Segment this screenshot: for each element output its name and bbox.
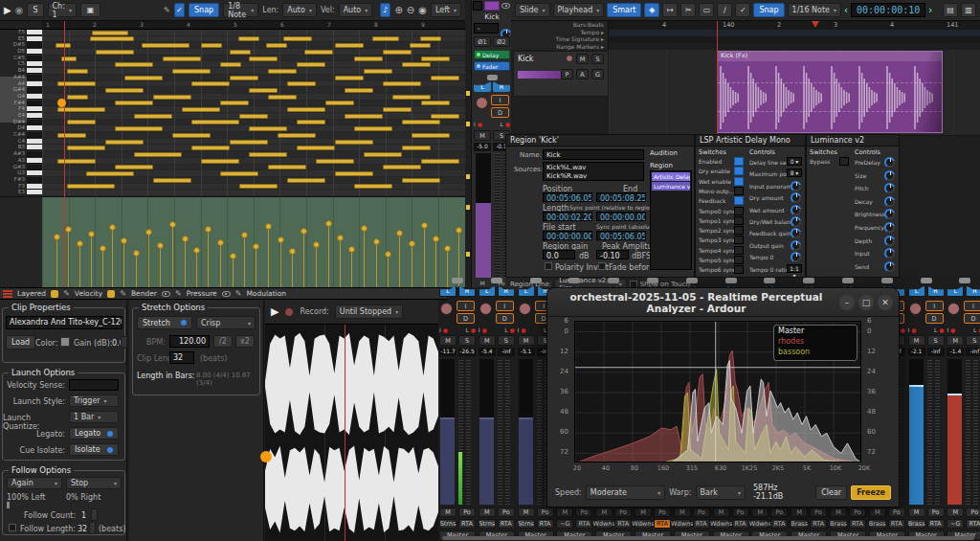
- follow-length-spinner[interactable]: [89, 522, 96, 534]
- midi-note[interactable]: [335, 43, 364, 48]
- zoom-out-icon[interactable]: ⊖: [407, 5, 414, 15]
- post-button[interactable]: Po: [575, 507, 592, 517]
- input-button[interactable]: I: [496, 301, 514, 311]
- solo-button[interactable]: S: [927, 335, 945, 346]
- disk-button[interactable]: D: [491, 107, 509, 118]
- rta-button[interactable]: RTA: [732, 519, 749, 529]
- half-tempo-button[interactable]: /2: [213, 335, 233, 348]
- midi-note[interactable]: [67, 69, 88, 74]
- velocity-dot[interactable]: [301, 228, 307, 235]
- audio-region-kick[interactable]: Kick (Fx): [717, 51, 943, 133]
- mono-button[interactable]: M: [830, 507, 847, 517]
- velocity-dot[interactable]: [456, 227, 462, 234]
- recorder-playhead[interactable]: [345, 325, 345, 541]
- velocity-dot[interactable]: [409, 240, 415, 247]
- black-key[interactable]: [27, 177, 42, 183]
- mono-button[interactable]: M: [518, 507, 535, 517]
- grid-select[interactable]: 1/16 Note▾: [788, 3, 841, 17]
- clear-button[interactable]: Clear: [815, 485, 847, 500]
- post-button[interactable]: Po: [927, 507, 945, 517]
- panel-title[interactable]: LSP Artistic Delay Mono: [696, 135, 805, 147]
- velocity-dot[interactable]: [230, 253, 236, 259]
- channel-select[interactable]: Ch: 1▾: [48, 3, 77, 17]
- midi-note[interactable]: [392, 95, 431, 100]
- region-automation-line[interactable]: [718, 111, 942, 112]
- automation-button[interactable]: A: [576, 69, 589, 79]
- midi-note[interactable]: [172, 69, 211, 74]
- midi-note[interactable]: [230, 50, 251, 55]
- clip-length-value[interactable]: 32: [169, 351, 194, 364]
- midi-note[interactable]: [115, 126, 163, 131]
- black-key[interactable]: [27, 120, 42, 125]
- mono-button[interactable]: M: [947, 507, 964, 517]
- midi-note[interactable]: [335, 76, 364, 80]
- strip-menu-icon[interactable]: [473, 1, 482, 11]
- cue-marker[interactable]: [466, 91, 470, 96]
- white-key[interactable]: [27, 145, 42, 150]
- pan-right-button[interactable]: R: [458, 285, 476, 297]
- control-knob[interactable]: [884, 209, 895, 219]
- white-key[interactable]: [27, 190, 42, 195]
- double-tempo-button[interactable]: x2: [235, 335, 255, 348]
- midi-note[interactable]: [345, 114, 383, 119]
- pan-handle[interactable]: [842, 278, 854, 283]
- panel-title[interactable]: Luminance v2: [807, 135, 899, 147]
- midi-note[interactable]: [57, 133, 86, 138]
- velocity-dot[interactable]: [193, 247, 200, 254]
- cue-marker[interactable]: [466, 174, 470, 179]
- velocity-dot[interactable]: [88, 231, 95, 237]
- rta-button[interactable]: RTA: [966, 519, 980, 529]
- rta-button[interactable]: RTA: [458, 519, 476, 529]
- midi-note[interactable]: [249, 56, 278, 61]
- pan-handle[interactable]: [725, 278, 737, 283]
- black-key[interactable]: [27, 151, 42, 157]
- follow-balance-slider[interactable]: [7, 502, 10, 508]
- midi-note[interactable]: [354, 56, 383, 61]
- midi-note[interactable]: [297, 62, 325, 67]
- velocity-dot[interactable]: [325, 220, 332, 227]
- strip-name-button[interactable]: Strns: [439, 519, 457, 529]
- record-arm-button[interactable]: [566, 55, 573, 62]
- cue-marker[interactable]: [466, 205, 470, 210]
- midi-note[interactable]: [115, 101, 153, 105]
- cut-tool-icon[interactable]: ✂: [680, 3, 696, 17]
- len-select[interactable]: Auto▾: [282, 3, 317, 17]
- mono-button[interactable]: M: [869, 507, 886, 517]
- midi-note[interactable]: [420, 36, 441, 41]
- rta-button[interactable]: RTA: [614, 519, 632, 529]
- region-effects-list[interactable]: Artistic Delay MoLuminance v2: [650, 170, 692, 270]
- midi-note[interactable]: [325, 101, 354, 105]
- midi-note[interactable]: [402, 146, 431, 150]
- disk-button[interactable]: D: [964, 313, 980, 324]
- switch-toggle[interactable]: [734, 236, 744, 244]
- midi-note[interactable]: [283, 36, 312, 41]
- freeze-button[interactable]: Freeze: [851, 485, 891, 500]
- strip-name-button[interactable]: Brass: [908, 519, 925, 529]
- post-button[interactable]: Po: [693, 507, 710, 517]
- velocity-dot[interactable]: [253, 243, 259, 250]
- velocity-dot[interactable]: [385, 251, 391, 258]
- velocity-dot[interactable]: [361, 225, 368, 232]
- fader-track[interactable]: [947, 359, 962, 505]
- strip-name-button[interactable]: ~G: [947, 519, 964, 529]
- bpm-value[interactable]: 120.00: [169, 335, 210, 348]
- ruler-row-label[interactable]: Range Markers ▸: [556, 43, 604, 50]
- strip-name-button[interactable]: ~G: [556, 519, 573, 529]
- fader-track[interactable]: [476, 153, 491, 278]
- switch-toggle[interactable]: [734, 196, 744, 205]
- midi-note[interactable]: [201, 159, 239, 164]
- midi-note[interactable]: [115, 62, 153, 67]
- midi-note[interactable]: [345, 88, 373, 93]
- midi-note[interactable]: [383, 107, 412, 112]
- midi-note[interactable]: [220, 62, 241, 67]
- velocity-dot[interactable]: [182, 236, 189, 242]
- badge-icon[interactable]: [51, 290, 58, 298]
- midi-note[interactable]: [105, 140, 144, 145]
- fader-track[interactable]: [909, 359, 924, 505]
- mute-button[interactable]: M: [576, 54, 589, 64]
- playhead-marker[interactable]: [812, 21, 819, 28]
- white-key[interactable]: [27, 68, 42, 74]
- midi-note[interactable]: [153, 178, 191, 183]
- stretch-tool-icon[interactable]: ▭: [699, 3, 714, 17]
- midi-note[interactable]: [92, 31, 128, 35]
